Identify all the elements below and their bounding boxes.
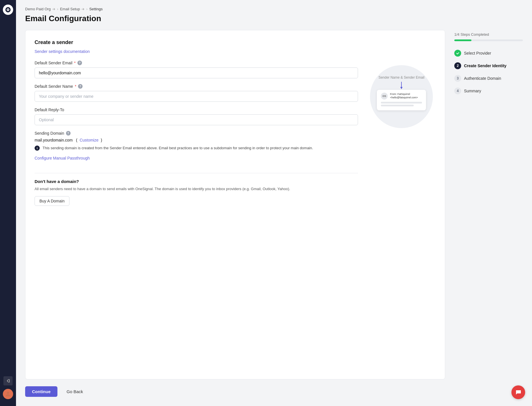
required-star-2: *: [75, 84, 76, 89]
breadcrumb-current: Settings: [89, 7, 103, 11]
main-card: Create a sender Sender settings document…: [25, 30, 445, 379]
preview-line-1: [381, 102, 422, 104]
progress-bar: [454, 39, 523, 41]
main-content: Demo Paid Org › Email Setup › Settings E…: [16, 0, 532, 406]
sender-email-input[interactable]: [35, 67, 358, 78]
steps-header: 1/4 Steps Completed: [454, 32, 523, 37]
chat-bubble[interactable]: [511, 385, 525, 399]
sender-name-group: Default Sender Name * ?: [35, 84, 358, 102]
reply-to-label: Default Reply-To: [35, 108, 358, 112]
step-3-circle: 3: [454, 75, 461, 82]
preview-arrow: [400, 82, 403, 90]
breadcrumb: Demo Paid Org › Email Setup › Settings: [25, 7, 523, 11]
form-section: Default Sender Email * ? Default Sender …: [35, 61, 358, 206]
reply-to-group: Default Reply-To: [35, 108, 358, 125]
no-domain-title: Don't have a domain?: [35, 179, 358, 184]
preview-area: Sender Name & Sender Email OS: [367, 61, 436, 206]
steps-panel: 1/4 Steps Completed Select Provider 2 Cr…: [454, 30, 523, 379]
preview-avatar: OS: [381, 93, 388, 99]
sending-domain-group: Sending Domain ? mail.yourdomain.com ( C…: [35, 131, 358, 167]
step-2-circle: 2: [454, 62, 461, 69]
step-3: 3 Authenticate Domain: [454, 72, 523, 85]
svg-point-2: [7, 9, 9, 10]
step-2: 2 Create Sender Identity: [454, 59, 523, 72]
sidebar: [0, 0, 16, 406]
sender-name-label: Default Sender Name * ?: [35, 84, 358, 89]
user-avatar[interactable]: [3, 389, 13, 399]
sender-email-label: Default Sender Email * ?: [35, 61, 358, 65]
card-title: Create a sender: [35, 39, 436, 45]
step-1-circle: [454, 50, 461, 57]
info-icon: i: [35, 146, 40, 151]
go-back-button[interactable]: Go Back: [62, 386, 88, 397]
breadcrumb-email-setup[interactable]: Email Setup: [60, 7, 85, 11]
progress-bar-fill: [454, 39, 471, 41]
sending-domain-value: mail.yourdomain.com: [35, 138, 73, 142]
preview-circle: Sender Name & Sender Email OS: [370, 65, 433, 128]
sending-domain-row: mail.yourdomain.com ( Customize ): [35, 138, 358, 142]
manual-passthrough-link[interactable]: Configure Manual Passthrough: [35, 156, 90, 160]
preview-card-header: OS From: FatSquirrel <hello@fatsquirrel.…: [381, 93, 422, 99]
step-4-circle: 4: [454, 87, 461, 94]
bottom-actions: Continue Go Back: [25, 379, 523, 399]
sender-name-help-icon[interactable]: ?: [78, 84, 83, 89]
reply-to-input[interactable]: [35, 114, 358, 125]
step-3-label: Authenticate Domain: [464, 76, 501, 81]
sender-name-input[interactable]: [35, 91, 358, 102]
sender-email-help-icon[interactable]: ?: [77, 61, 82, 65]
preview-email-text: From: FatSquirrel <hello@fatsquirrel.com…: [390, 93, 422, 99]
preview-label: Sender Name & Sender Email: [379, 75, 425, 79]
buy-domain-button[interactable]: Buy A Domain: [35, 196, 69, 206]
page-title: Email Configuration: [25, 14, 523, 23]
step-1: Select Provider: [454, 47, 523, 59]
customize-link[interactable]: Customize: [80, 138, 99, 142]
sending-domain-label: Sending Domain ?: [35, 131, 358, 136]
svg-point-4: [7, 392, 9, 394]
sender-email-group: Default Sender Email * ?: [35, 61, 358, 78]
info-box: i This sending domain is created from th…: [35, 145, 358, 151]
sending-domain-help-icon[interactable]: ?: [66, 131, 71, 136]
doc-link[interactable]: Sender settings documentation: [35, 49, 90, 54]
step-2-label: Create Sender Identity: [464, 63, 507, 68]
preview-line-2: [381, 105, 414, 106]
sidebar-collapse-button[interactable]: [3, 376, 13, 385]
preview-card: OS From: FatSquirrel <hello@fatsquirrel.…: [377, 90, 426, 110]
section-divider: [35, 173, 358, 173]
step-4: 4 Summary: [454, 85, 523, 97]
step-4-label: Summary: [464, 89, 481, 93]
breadcrumb-org[interactable]: Demo Paid Org: [25, 7, 55, 11]
no-domain-section: Don't have a domain? All email senders n…: [35, 179, 358, 206]
continue-button[interactable]: Continue: [25, 386, 57, 397]
info-text: This sending domain is created from the …: [43, 145, 313, 151]
no-domain-desc: All email senders need to have a domain …: [35, 186, 358, 192]
step-1-label: Select Provider: [464, 51, 491, 55]
content-row: Create a sender Sender settings document…: [25, 30, 523, 379]
logo[interactable]: [3, 5, 13, 15]
required-star: *: [74, 61, 75, 65]
